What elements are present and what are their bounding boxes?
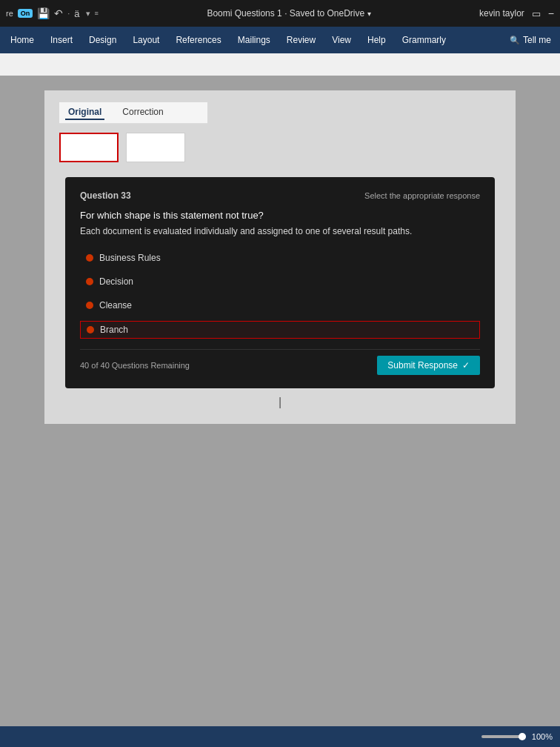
title-bar-right: kevin taylor ▭ − bbox=[479, 7, 554, 19]
zoom-slider[interactable] bbox=[481, 735, 526, 738]
question-subtext: Each document is evaluated individually … bbox=[80, 225, 480, 238]
title-bar: re On 💾 ↶ · ä ▾ ≡ Boomi Questions 1 · Sa… bbox=[0, 0, 560, 27]
save-status: Saved to OneDrive bbox=[290, 8, 364, 19]
quiz-container: Question 33 Select the appropriate respo… bbox=[65, 177, 495, 388]
document-white-area: Original Correction Question 33 Select t… bbox=[44, 90, 516, 424]
option-label-cleanse: Cleanse bbox=[99, 300, 132, 311]
menu-layout[interactable]: Layout bbox=[125, 30, 167, 50]
ribbon-area bbox=[0, 53, 560, 76]
menu-grammarly[interactable]: Grammarly bbox=[395, 30, 453, 50]
user-name: kevin taylor bbox=[479, 8, 524, 19]
menu-help[interactable]: Help bbox=[360, 30, 393, 50]
cursor-indicator: | bbox=[59, 396, 501, 409]
separator: · bbox=[67, 9, 70, 18]
zoom-level: 100% bbox=[532, 732, 553, 741]
menu-review[interactable]: Review bbox=[279, 30, 323, 50]
format-extra: ≡ bbox=[95, 10, 99, 17]
track-tab-original[interactable]: Original bbox=[65, 105, 104, 120]
option-label-business-rules: Business Rules bbox=[99, 253, 161, 263]
radio-dot-decision bbox=[86, 278, 93, 285]
track-box-correction bbox=[126, 133, 185, 162]
save-icon: 💾 bbox=[37, 7, 50, 19]
minimize-icon[interactable]: − bbox=[548, 7, 554, 19]
radio-dot-branch bbox=[87, 326, 94, 333]
quiz-footer: 40 of 40 Questions Remaining Submit Resp… bbox=[80, 349, 480, 375]
menu-view[interactable]: View bbox=[324, 30, 359, 50]
font-icon: ä bbox=[74, 8, 79, 19]
question-text: For which shape is this statement not tr… bbox=[80, 210, 480, 221]
radio-dot-business-rules bbox=[86, 254, 93, 262]
option-label-decision: Decision bbox=[99, 276, 133, 287]
doc-title: Boomi Questions 1 bbox=[207, 8, 281, 19]
title-bar-left: re On 💾 ↶ · ä ▾ ≡ bbox=[6, 7, 99, 19]
on-badge[interactable]: On bbox=[18, 9, 33, 18]
track-boxes bbox=[59, 133, 501, 162]
format-symbol: ▾ bbox=[86, 9, 90, 19]
select-prompt: Select the appropriate response bbox=[364, 191, 480, 200]
radio-dot-cleanse bbox=[86, 302, 93, 309]
menu-insert[interactable]: Insert bbox=[43, 30, 80, 50]
menu-home[interactable]: Home bbox=[3, 30, 41, 50]
search-icon: 🔍 bbox=[510, 36, 520, 45]
submit-label: Submit Response bbox=[387, 360, 458, 371]
title-bar-center: Boomi Questions 1 · Saved to OneDrive ▾ bbox=[207, 8, 370, 19]
status-right: 100% bbox=[481, 732, 553, 741]
option-branch[interactable]: Branch bbox=[80, 321, 480, 339]
profile-icon[interactable]: ▭ bbox=[532, 8, 541, 19]
option-decision[interactable]: Decision bbox=[80, 273, 480, 290]
tell-me-area[interactable]: 🔍 Tell me bbox=[504, 32, 557, 48]
menu-references[interactable]: References bbox=[168, 30, 228, 50]
option-cleanse[interactable]: Cleanse bbox=[80, 297, 480, 313]
re-label: re bbox=[6, 9, 13, 18]
undo-icon[interactable]: ↶ bbox=[54, 7, 63, 19]
track-box-original bbox=[59, 133, 119, 162]
tell-me-label: Tell me bbox=[523, 35, 551, 45]
quiz-header: Question 33 Select the appropriate respo… bbox=[80, 190, 480, 201]
track-tab-correction[interactable]: Correction bbox=[119, 105, 166, 120]
title-separator: · bbox=[284, 8, 290, 19]
menu-design[interactable]: Design bbox=[81, 30, 124, 50]
submit-check-icon: ✓ bbox=[462, 360, 470, 371]
question-number: Question 33 bbox=[80, 190, 131, 201]
zoom-thumb bbox=[519, 733, 526, 740]
menu-mailings[interactable]: Mailings bbox=[230, 30, 278, 50]
document-area: Original Correction Question 33 Select t… bbox=[0, 76, 560, 747]
option-business-rules[interactable]: Business Rules bbox=[80, 250, 480, 266]
track-changes-bar: Original Correction bbox=[59, 102, 207, 124]
questions-remaining: 40 of 40 Questions Remaining bbox=[80, 361, 190, 370]
submit-response-button[interactable]: Submit Response ✓ bbox=[377, 356, 480, 375]
menu-bar: Home Insert Design Layout References Mai… bbox=[0, 27, 560, 53]
option-label-branch: Branch bbox=[100, 325, 128, 335]
save-dropdown-icon[interactable]: ▾ bbox=[367, 10, 371, 18]
status-bar: 100% bbox=[0, 726, 560, 747]
